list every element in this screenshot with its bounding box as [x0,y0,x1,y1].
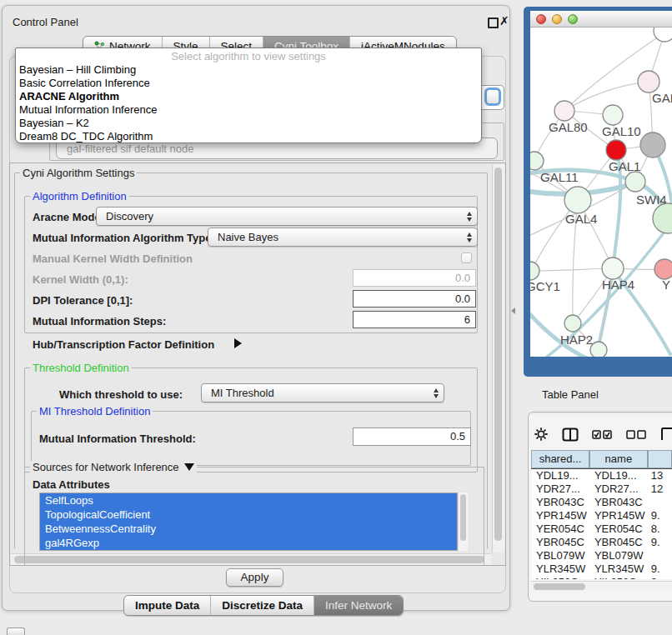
table-row[interactable]: YLR345WYLR345W9. [531,562,672,576]
table-row[interactable]: YPR145WYPR145W9. [531,509,672,522]
list-item[interactable]: SelfLoops [40,493,457,508]
deselect-all-checkboxes-icon[interactable] [626,430,647,439]
dpi-tolerance-field[interactable]: 0.0 [353,290,476,308]
table-header-row: shared... name [531,450,672,470]
settings-vertical-scrollbar[interactable] [492,164,504,552]
columns-icon[interactable] [562,428,579,442]
control-panel-title: Control Panel [13,16,78,28]
label-hap4: HAP4 [602,278,634,292]
table-row[interactable]: YER054CYER054C8. [531,522,672,536]
minimize-traffic-light[interactable] [552,14,562,24]
table-hscroll-thumb[interactable] [534,583,585,590]
which-threshold-combo[interactable]: MI Threshold [201,383,444,402]
node-gal80[interactable] [554,101,574,121]
attributes-list-scroll-thumb[interactable] [460,494,466,541]
node-gal1-red[interactable] [606,140,626,160]
select-all-checkboxes-icon[interactable] [592,430,613,439]
splitter-collapse-icon[interactable] [511,308,515,314]
tab-discretize-data[interactable]: Discretize Data [210,596,313,615]
table-row[interactable]: YBR045CYBR045C9. [531,536,672,549]
aracne-mode-combo[interactable]: Discovery [96,207,478,226]
list-item[interactable]: BetweennessCentrality [40,522,457,536]
node-partial-top[interactable] [654,28,672,42]
node-y-partial[interactable] [654,259,672,279]
mi-threshold-definition-title: MI Threshold Definition [37,405,153,418]
stepper-focus-ring[interactable] [484,88,501,106]
table-body: YDL19...YDL19...13 YDR27...YDR27...12 YB… [531,469,672,579]
dropdown-item[interactable]: Dream8 DC_TDC Algorithm [16,130,481,143]
table-mode-icon-partial[interactable] [660,427,672,442]
mi-steps-label: Mutual Information Steps: [33,315,166,328]
stepper-icon [467,212,477,222]
dropdown-item[interactable]: Bayesian – K2 [16,117,481,130]
dropdown-item[interactable]: Bayesian – Hill Climbing [16,63,481,77]
label-swi4: SWI4 [636,192,667,207]
table-row[interactable]: YIL052CYIL052C9 [531,576,672,579]
column-header-shared[interactable]: shared... [531,450,589,468]
kernel-width-label: Kernel Width (0,1): [33,273,128,286]
corner-button-partial[interactable] [7,628,25,635]
sources-title: Sources for Network Inference [33,461,179,473]
node-hap2[interactable] [564,315,581,332]
which-threshold-value: MI Threshold [211,387,274,399]
network-window-titlebar[interactable] [530,11,672,28]
tab-impute-data[interactable]: Impute Data [124,596,210,615]
attributes-list-scrollbar[interactable] [458,492,468,551]
node-partial-right[interactable] [653,203,672,233]
aracne-mode-value: Discovery [106,210,153,222]
table-row[interactable]: YDR27...YDR27...12 [531,482,672,496]
label-gal4: GAL4 [565,212,597,226]
zoom-traffic-light[interactable] [568,14,578,24]
apply-button[interactable]: Apply [226,568,283,587]
close-icon[interactable]: ✗ [499,14,509,28]
table-row[interactable]: YDL19...YDL19...13 [531,469,672,482]
table-toolbar [534,422,672,447]
mi-algorithm-type-combo[interactable]: Naive Bayes [208,228,478,247]
node-gray[interactable] [640,132,665,158]
node-gal10[interactable] [603,105,623,125]
table-horizontal-scrollbar[interactable] [531,581,672,591]
mi-threshold-label: Mutual Information Threshold: [39,432,196,445]
manual-kernel-width-checkbox[interactable] [461,252,472,263]
column-header-partial[interactable] [648,450,672,468]
float-window-icon[interactable] [488,18,499,28]
dpi-tolerance-label: DPI Tolerance [0,1]: [33,294,133,307]
close-traffic-light[interactable] [536,14,546,24]
label-gcy1: GCY1 [530,279,560,293]
cyni-algorithm-settings-title: Cyni Algorithm Settings [20,167,137,179]
mi-algorithm-type-value: Naive Bayes [218,231,278,243]
dropdown-item[interactable]: Basic Correlation Inference [16,77,481,90]
table-row[interactable]: YBL079WYBL079W [531,549,672,562]
mi-steps-field[interactable]: 6 [353,311,476,328]
dropdown-item-selected[interactable]: ARACNE Algorithm [16,90,481,103]
expand-right-icon[interactable] [234,338,242,348]
table-panel-title: Table Panel [542,388,599,401]
gear-icon[interactable] [534,427,549,442]
node-swi4[interactable] [625,172,645,192]
node-gal4[interactable] [564,187,591,213]
label-hap2: HAP2 [560,332,593,347]
tab-infer-network[interactable]: Infer Network [313,596,403,615]
dropdown-item[interactable]: Mutual Information Inference [16,103,481,117]
list-item[interactable]: gal4RGexp [40,536,457,550]
network-combo-value: gal-filtered sif default node [67,142,193,155]
node-gal-partial[interactable] [638,71,659,92]
mi-algorithm-type-label: Mutual Information Algorithm Type: [33,232,215,244]
node-gcy1[interactable] [530,262,539,280]
settings-vscroll-thumb[interactable] [494,168,502,541]
label-gal-partial: GAL [652,91,672,105]
collapse-down-icon[interactable] [184,463,194,471]
node-gal11[interactable] [530,152,544,170]
kernel-width-field[interactable]: 0.0 [353,269,476,287]
stepper-icon [434,388,444,398]
stepper-icon [467,232,477,242]
aracne-mode-label: Aracne Mode: [33,211,104,223]
mi-threshold-field[interactable]: 0.5 [353,428,471,446]
data-attributes-list[interactable]: SelfLoops TopologicalCoefficient Between… [39,492,458,551]
network-canvas[interactable]: GAL GAL80 GAL10 GAL1 GAL11 SWI4 GAL4 GCY… [530,28,672,357]
list-item[interactable]: TopologicalCoefficient [40,508,457,522]
hub-section-label[interactable]: Hub/Transcription Factor Definition [33,338,214,351]
column-header-name[interactable]: name [589,450,648,468]
table-row[interactable]: YBR043CYBR043C [531,496,672,509]
node-hap4[interactable] [602,258,624,279]
